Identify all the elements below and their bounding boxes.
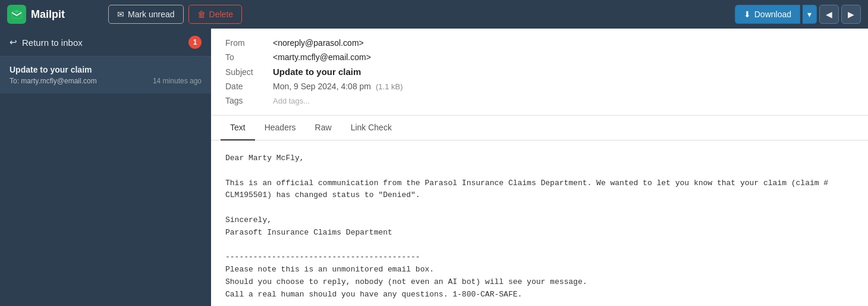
from-row: From <noreply@parasol.com>: [225, 38, 854, 48]
tab-raw[interactable]: Raw: [306, 115, 341, 140]
mark-unread-icon: ✉: [117, 10, 124, 19]
trash-icon: 🗑: [197, 10, 206, 19]
logo-area: Mailpit: [7, 5, 78, 24]
email-list-item[interactable]: Update to your claim To: marty.mcfly@ema…: [0, 57, 211, 94]
logo-icon: [7, 5, 26, 24]
subject-label: Subject: [225, 67, 273, 77]
email-item-meta: To: marty.mcfly@email.com 14 minutes ago: [10, 77, 202, 85]
subject-value: Update to your claim: [273, 67, 361, 77]
mark-unread-button[interactable]: ✉ Mark unread: [108, 5, 184, 24]
topbar-actions: ✉ Mark unread 🗑 Delete: [108, 5, 242, 24]
return-to-inbox-button[interactable]: ↩ Return to inbox 1: [0, 29, 211, 57]
app-name: Mailpit: [31, 8, 65, 21]
tab-text[interactable]: Text: [221, 115, 255, 140]
tabs-bar: Text Headers Raw Link Check: [211, 115, 868, 140]
prev-email-button[interactable]: ◀: [819, 5, 839, 24]
tags-label: Tags: [225, 96, 273, 105]
date-size: (1.1 kB): [376, 82, 403, 91]
download-button[interactable]: ⬇ Download: [735, 5, 800, 24]
from-value: <noreply@parasol.com>: [273, 38, 364, 48]
topbar: Mailpit ✉ Mark unread 🗑 Delete ⬇ Downloa…: [0, 0, 868, 29]
to-row: To <marty.mcfly@email.com>: [225, 52, 854, 62]
tags-placeholder[interactable]: Add tags...: [273, 96, 310, 105]
email-header: From <noreply@parasol.com> To <marty.mcf…: [211, 29, 868, 115]
date-label: Date: [225, 82, 273, 91]
email-item-subject: Update to your claim: [10, 65, 202, 74]
date-value: Mon, 9 Sep 2024, 4:08 pm: [273, 82, 371, 91]
date-row: Date Mon, 9 Sep 2024, 4:08 pm (1.1 kB): [225, 82, 854, 91]
download-icon: ⬇: [744, 10, 751, 19]
topbar-right: ⬇ Download ▾ ◀ ▶: [735, 5, 861, 24]
chevron-down-icon: ▾: [807, 10, 812, 19]
return-icon: ↩: [10, 37, 17, 48]
sidebar: ↩ Return to inbox 1 Update to your claim…: [0, 29, 211, 306]
inbox-count-badge: 1: [188, 36, 202, 49]
delete-button[interactable]: 🗑 Delete: [188, 5, 242, 24]
arrow-right-icon: ▶: [848, 10, 854, 19]
email-body: Dear Marty McFly, This is an official co…: [211, 140, 868, 306]
to-label: To: [225, 52, 273, 62]
email-item-time: 14 minutes ago: [153, 77, 202, 85]
tab-link-check[interactable]: Link Check: [341, 115, 401, 140]
tags-row: Tags Add tags...: [225, 96, 854, 105]
email-item-to: To: marty.mcfly@email.com: [10, 77, 97, 85]
subject-row: Subject Update to your claim: [225, 67, 854, 77]
download-caret-button[interactable]: ▾: [803, 5, 817, 24]
to-value: <marty.mcfly@email.com>: [273, 52, 371, 62]
main-layout: ↩ Return to inbox 1 Update to your claim…: [0, 29, 868, 306]
email-content: From <noreply@parasol.com> To <marty.mcf…: [211, 29, 868, 306]
arrow-left-icon: ◀: [826, 10, 832, 19]
email-body-text: Dear Marty McFly, This is an official co…: [225, 152, 854, 301]
tab-headers[interactable]: Headers: [255, 115, 306, 140]
from-label: From: [225, 38, 273, 48]
next-email-button[interactable]: ▶: [841, 5, 861, 24]
